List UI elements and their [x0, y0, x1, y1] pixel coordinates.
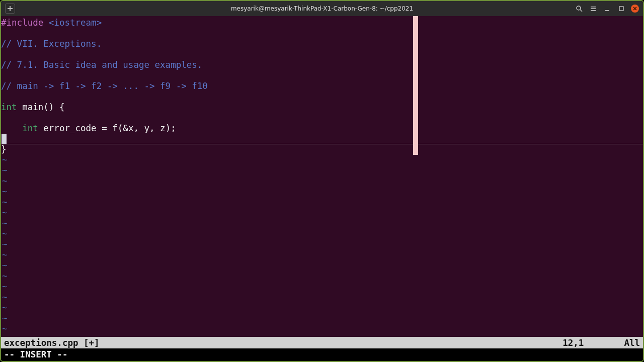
empty-line-tilde: ~	[1, 208, 643, 218]
editor-viewport[interactable]: #include <iostream> // VII. Exceptions. …	[1, 16, 643, 337]
code-line: // VII. Exceptions.	[1, 39, 643, 49]
empty-line-tilde: ~	[1, 239, 643, 250]
statement: error_code = f(&x, y, z);	[38, 123, 176, 133]
hamburger-icon	[590, 5, 597, 12]
code-line	[1, 49, 643, 60]
plus-icon	[7, 6, 13, 12]
maximize-icon	[618, 6, 624, 12]
empty-line-tilde: ~	[1, 292, 643, 303]
type-keyword: int	[1, 102, 17, 112]
empty-line-tilde: ~	[1, 165, 643, 176]
comment: // VII. Exceptions.	[1, 39, 102, 49]
empty-line-tilde: ~	[1, 324, 643, 334]
titlebar-left	[5, 4, 15, 14]
cursor-line-highlight	[1, 144, 643, 144]
svg-point-2	[577, 6, 581, 10]
status-filename: exceptions.cpp [+]	[4, 338, 100, 348]
code-line	[1, 92, 643, 102]
titlebar: mesyarik@mesyarik-ThinkPad-X1-Carbon-Gen…	[1, 1, 643, 16]
empty-line-tilde: ~	[1, 282, 643, 292]
svg-rect-1	[8, 8, 13, 9]
code-area[interactable]: #include <iostream> // VII. Exceptions. …	[1, 16, 643, 334]
svg-rect-4	[591, 7, 596, 8]
code-line	[1, 28, 643, 39]
svg-rect-8	[619, 7, 623, 11]
type-keyword: int	[22, 123, 38, 133]
search-icon	[576, 5, 583, 12]
status-position: 12,1	[562, 338, 584, 348]
comment: // main -> f1 -> f2 -> ... -> f9 -> f10	[1, 81, 208, 91]
close-brace: }	[1, 144, 7, 154]
code-line	[1, 70, 643, 81]
empty-line-tilde: ~	[1, 271, 643, 282]
svg-rect-7	[605, 10, 609, 11]
function-signature: main() {	[17, 102, 65, 112]
empty-line-tilde: ~	[1, 176, 643, 187]
empty-line-tilde: ~	[1, 303, 643, 313]
empty-line-tilde: ~	[1, 187, 643, 197]
color-column	[413, 16, 418, 155]
empty-line-tilde: ~	[1, 197, 643, 208]
menu-button[interactable]	[589, 4, 598, 13]
code-line: }	[1, 144, 643, 155]
code-line: #include <iostream>	[1, 18, 643, 28]
new-tab-button[interactable]	[5, 4, 15, 14]
svg-rect-5	[591, 9, 596, 10]
empty-line-tilde: ~	[1, 218, 643, 229]
titlebar-right	[575, 4, 639, 13]
include-header: <iostream>	[43, 18, 102, 28]
empty-line-tilde: ~	[1, 229, 643, 239]
close-icon	[633, 7, 637, 11]
code-line: // main -> f1 -> f2 -> ... -> f9 -> f10	[1, 81, 643, 92]
status-scroll: All	[624, 338, 640, 348]
close-button[interactable]	[631, 5, 639, 13]
svg-line-3	[580, 10, 582, 12]
mode-text: -- INSERT --	[4, 349, 67, 359]
preprocessor-keyword: #include	[1, 18, 43, 28]
empty-line-tilde: ~	[1, 155, 643, 165]
code-line: // 7.1. Basic idea and usage examples.	[1, 60, 643, 70]
empty-line-tilde: ~	[1, 313, 643, 324]
search-button[interactable]	[575, 4, 584, 13]
window-title: mesyarik@mesyarik-ThinkPad-X1-Carbon-Gen…	[231, 5, 413, 12]
status-bar: exceptions.cpp [+] 12,1 All	[1, 337, 643, 348]
mode-bar: -- INSERT --	[1, 348, 643, 360]
code-line: int error_code = f(&x, y, z);	[1, 123, 643, 134]
code-line	[1, 134, 643, 144]
minimize-button[interactable]	[603, 4, 612, 13]
minimize-icon	[604, 6, 610, 12]
code-line: int main() {	[1, 102, 643, 113]
empty-line-tilde: ~	[1, 260, 643, 271]
maximize-button[interactable]	[617, 4, 626, 13]
svg-rect-6	[591, 10, 596, 11]
code-line	[1, 113, 643, 123]
text-cursor	[2, 134, 7, 144]
empty-line-tilde: ~	[1, 250, 643, 260]
comment: // 7.1. Basic idea and usage examples.	[1, 60, 202, 70]
